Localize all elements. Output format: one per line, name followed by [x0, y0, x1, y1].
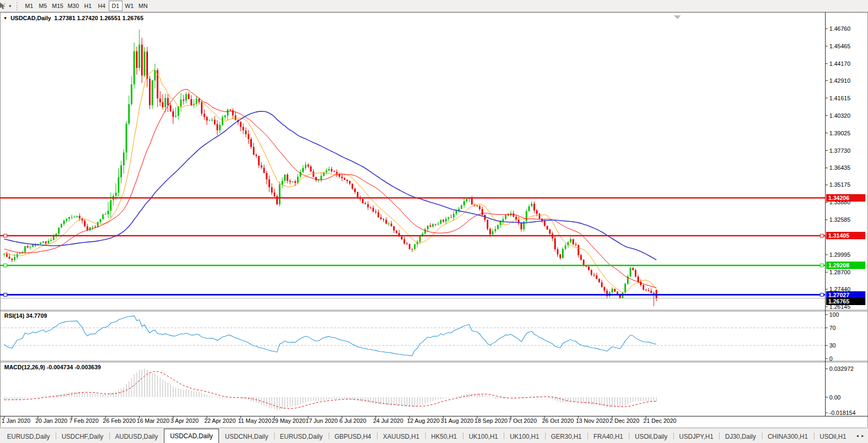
chart-tab-bar: EURUSD,DailyUSDCHF,DailyAUDUSD,DailyUSDC…: [0, 428, 868, 443]
rsi-indicator-label: RSI(14) 34.7709: [4, 312, 47, 319]
timeframe-w1[interactable]: W1: [122, 1, 136, 11]
macd-indicator-label: MACD(12,26,9) -0.004734 -0.003639: [4, 364, 101, 370]
macd-signal-line: [4, 371, 656, 409]
main-toolbar: ▾ M1M5M15M30H1H4D1W1MN: [0, 0, 868, 12]
timeframe-m15[interactable]: M15: [50, 1, 65, 11]
price-badge-1.34206: 1.34206: [826, 194, 865, 202]
tab-fra40-h1[interactable]: FRA40,H1: [588, 430, 629, 443]
tab-scroll-left-icon[interactable]: ◂: [856, 433, 858, 438]
cursor-tool-button[interactable]: [0, 1, 6, 11]
pointer-arrow-icon: [0, 2, 6, 10]
tab-usoil-daily[interactable]: USOil,Daily: [629, 430, 673, 443]
tab-scroll-right-icon[interactable]: ▸: [862, 433, 864, 438]
timeframe-d1[interactable]: D1: [109, 1, 122, 11]
tab-usdchf-daily[interactable]: USDCHF,Daily: [56, 430, 109, 443]
macd-panel: 0.0329720.00-0.018154: [4, 366, 856, 416]
tab-ger30-h1[interactable]: GER30,H1: [545, 430, 588, 443]
chart-ohlc-values: 1.27381 1.27420 1.26551 1.26765: [54, 15, 143, 21]
tab-eurusd-daily[interactable]: EURUSD,Daily: [1, 430, 56, 443]
timeframe-h1[interactable]: H1: [81, 1, 95, 11]
tab-uk100-h1[interactable]: UK100,H1: [504, 430, 545, 443]
price-badge-1.29208: 1.29208: [826, 262, 865, 269]
tab-usdcnh-daily[interactable]: USDCNH,Daily: [219, 430, 274, 443]
tab-audusd-daily[interactable]: AUDUSD,Daily: [109, 430, 164, 443]
timeframe-m5[interactable]: M5: [36, 1, 50, 11]
timeframe-toolbar: M1M5M15M30H1H4D1W1MN: [22, 1, 150, 11]
tab-usdjpy-h1[interactable]: USDJPY,H1: [673, 430, 719, 443]
rsi-panel: 10070300: [0, 311, 839, 362]
tab-uk100-h1[interactable]: UK100,H1: [463, 430, 504, 443]
tab-gbpusd-h4[interactable]: GBPUSD,H4: [329, 430, 377, 443]
toolbar-dropdown-caret-icon[interactable]: ▾: [6, 1, 14, 11]
timeframe-m30[interactable]: M30: [65, 1, 81, 11]
rsi-line: [4, 316, 656, 355]
chart-plot-area[interactable]: [0, 13, 825, 310]
timeframe-h4[interactable]: H4: [95, 1, 109, 11]
trading-platform: { "toolbar": { "timeframes": ["M1","M5",…: [0, 0, 868, 443]
tab-china300-h1[interactable]: CHINA300,H1: [762, 430, 814, 443]
price-axis[interactable]: [826, 13, 868, 416]
bid-price-badge: 1.26765: [826, 298, 865, 305]
chart-title: ▼ USDCAD,Daily 1.27381 1.27420 1.26551 1…: [3, 15, 144, 21]
date-axis[interactable]: [0, 416, 825, 426]
price-badge-1.31405: 1.31405: [826, 232, 865, 239]
tab-dj30-daily[interactable]: DJ30,Daily: [719, 430, 761, 443]
tab-usdcad-daily[interactable]: USDCAD,Daily: [164, 429, 220, 443]
tab-hk50-h1[interactable]: HK50,H1: [425, 430, 463, 443]
chart-symbol-period: USDCAD,Daily: [11, 15, 51, 21]
timeframe-mn[interactable]: MN: [136, 1, 150, 11]
tab-usoil-h1[interactable]: USOil,H1: [814, 430, 852, 443]
timeframe-m1[interactable]: M1: [22, 1, 36, 11]
toolbar-grip[interactable]: [16, 2, 19, 10]
tab-xauusd-h1[interactable]: XAUUSD,H1: [377, 430, 425, 443]
tab-scroll-arrows: ◂▸: [852, 428, 868, 443]
macd-histogram: [4, 369, 656, 410]
tab-eurusd-daily[interactable]: EURUSD,Daily: [274, 430, 329, 443]
chart-menu-icon[interactable]: ▼: [3, 16, 7, 21]
